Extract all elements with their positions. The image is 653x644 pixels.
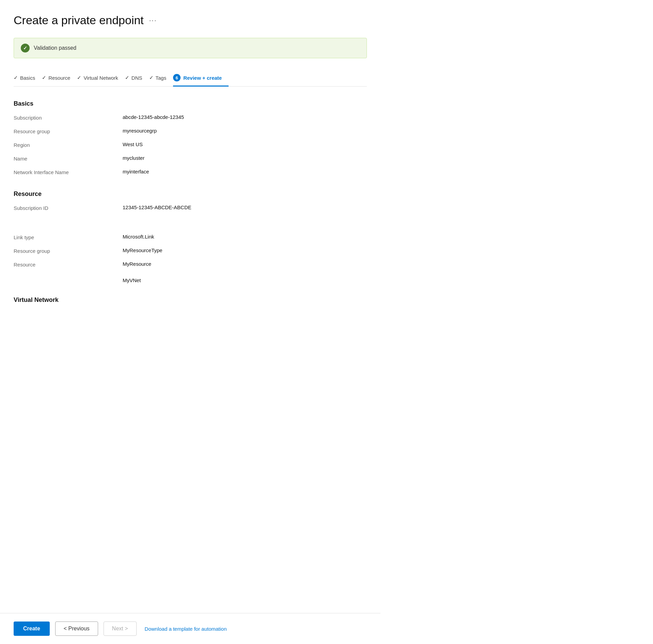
resource-link-type-label: Link type — [14, 234, 123, 240]
next-button: Next > — [104, 622, 137, 636]
page-title: Create a private endpoint — [14, 14, 144, 27]
resource-empty-row — [14, 218, 367, 228]
resource-subscription-id-label: Subscription ID — [14, 204, 123, 211]
resource-section-title: Resource — [14, 190, 367, 198]
resource-subscription-id-value: 12345-12345-ABCDE-ABCDE — [123, 204, 191, 210]
basics-name-value: mycluster — [123, 155, 144, 161]
resource-link-type-value: Microsoft.Link — [123, 234, 154, 240]
resource-link-type-row: Link type Microsoft.Link — [14, 234, 367, 243]
resource-group-value: MyResourceType — [123, 247, 162, 253]
step-dns[interactable]: ✓ DNS — [125, 71, 149, 86]
step-resource-check: ✓ — [42, 75, 46, 81]
footer: Create < Previous Next > Download a temp… — [0, 613, 380, 644]
validation-text: Validation passed — [34, 45, 76, 51]
resource-group-row: Resource group MyResourceType — [14, 247, 367, 257]
validation-banner: Validation passed — [14, 38, 367, 58]
basics-resource-group-value: myresourcegrp — [123, 128, 157, 134]
basics-name-label: Name — [14, 155, 123, 162]
basics-nic-name-value: myinterface — [123, 169, 149, 174]
step-basics-check: ✓ — [14, 75, 18, 81]
step-resource-label: Resource — [48, 75, 70, 81]
validation-check-icon — [21, 44, 30, 52]
step-basics[interactable]: ✓ Basics — [14, 71, 42, 86]
resource-group-label: Resource group — [14, 247, 123, 254]
step-review-badge: 6 — [173, 74, 181, 81]
basics-region-label: Region — [14, 141, 123, 148]
vnet-section-title: Virtual Network — [14, 296, 367, 304]
steps-nav: ✓ Basics ✓ Resource ✓ Virtual Network ✓ … — [14, 71, 367, 87]
step-resource[interactable]: ✓ Resource — [42, 71, 77, 86]
basics-resource-group-row: Resource group myresourcegrp — [14, 128, 367, 137]
basics-subscription-row: Subscription abcde-12345-abcde-12345 — [14, 114, 367, 124]
content-area: Basics Subscription abcde-12345-abcde-12… — [14, 100, 367, 365]
step-review-create[interactable]: 6 Review + create — [173, 71, 229, 86]
step-tags-label: Tags — [156, 75, 167, 81]
step-tags[interactable]: ✓ Tags — [149, 71, 173, 86]
basics-subscription-value: abcde-12345-abcde-12345 — [123, 114, 184, 120]
resource-subscription-id-row: Subscription ID 12345-12345-ABCDE-ABCDE — [14, 204, 367, 214]
basics-subscription-label: Subscription — [14, 114, 123, 121]
basics-nic-name-row: Network Interface Name myinterface — [14, 169, 367, 178]
step-vnet-label: Virtual Network — [83, 75, 118, 81]
basics-nic-name-label: Network Interface Name — [14, 169, 123, 175]
step-virtual-network[interactable]: ✓ Virtual Network — [77, 71, 125, 86]
resource-resource-value: MyResource — [123, 261, 151, 267]
step-review-label: Review + create — [183, 75, 222, 81]
basics-name-row: Name mycluster — [14, 155, 367, 165]
download-template-link[interactable]: Download a template for automation — [145, 626, 227, 632]
step-dns-label: DNS — [131, 75, 142, 81]
resource-resource-label: Resource — [14, 261, 123, 267]
create-button[interactable]: Create — [14, 622, 50, 636]
vnet-pre-value-row: MyVNet — [14, 277, 367, 287]
step-basics-label: Basics — [20, 75, 35, 81]
basics-region-value: West US — [123, 141, 143, 147]
basics-section-title: Basics — [14, 100, 367, 107]
step-vnet-check: ✓ — [77, 75, 81, 81]
previous-button[interactable]: < Previous — [55, 622, 98, 636]
step-dns-check: ✓ — [125, 75, 129, 81]
vnet-pre-value: MyVNet — [123, 277, 141, 283]
basics-region-row: Region West US — [14, 141, 367, 151]
ellipsis-menu-button[interactable]: ··· — [149, 16, 157, 24]
resource-resource-row: Resource MyResource — [14, 261, 367, 271]
basics-resource-group-label: Resource group — [14, 128, 123, 134]
step-tags-check: ✓ — [149, 75, 154, 81]
